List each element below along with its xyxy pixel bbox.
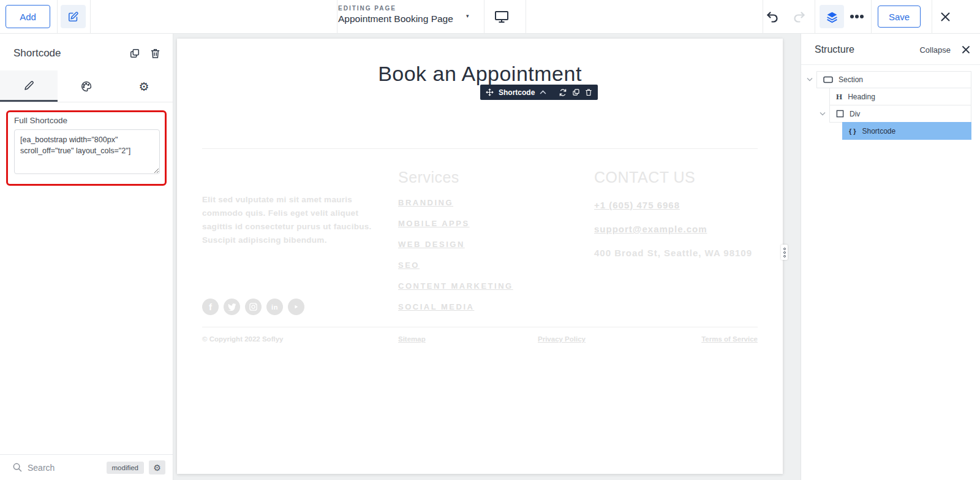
toolbar-separator [871, 0, 872, 34]
properties-panel-header: Shortcode [0, 34, 173, 70]
toolbar-separator [932, 0, 932, 34]
footer-top-divider [202, 148, 758, 149]
service-link-branding[interactable]: BRANDING [398, 198, 513, 207]
contact-address: 400 Broad St, Seattle, WA 98109 [594, 248, 752, 258]
tree-row-section: Section [801, 71, 971, 88]
structure-tree: Section H Heading Div { } Shortcode [801, 65, 980, 140]
close-builder-icon[interactable] [940, 12, 951, 22]
close-structure-icon[interactable] [962, 45, 970, 54]
editing-page-selector[interactable]: EDITING PAGE Appointment Booking Page [338, 5, 453, 25]
redo-icon[interactable] [791, 10, 806, 25]
desktop-breakpoint-icon[interactable] [494, 9, 510, 24]
duplicate-element-icon[interactable] [572, 88, 580, 96]
twitter-icon[interactable] [224, 299, 240, 315]
facebook-icon[interactable]: f [202, 299, 219, 315]
edit-mode-button[interactable] [61, 5, 86, 28]
gear-icon: ⚙ [138, 80, 149, 93]
toolbar-separator [526, 0, 526, 34]
tree-node-section[interactable]: Section [816, 71, 971, 88]
contact-phone-link[interactable]: +1 (605) 475 6968 [594, 200, 752, 210]
selected-element-badge-label: Shortcode [499, 88, 535, 97]
full-shortcode-label: Full Shortcode [14, 116, 160, 125]
selected-element-badge: Shortcode [480, 85, 598, 100]
contact-title: CONTACT US [594, 169, 752, 186]
tree-node-label: Div [850, 110, 860, 118]
pencil-icon [23, 80, 35, 91]
structure-panel: Structure Collapse Section H Heading [801, 34, 980, 480]
canvas-width-drag-handle[interactable] [781, 245, 788, 260]
search-settings-button[interactable]: ⚙ [149, 460, 165, 474]
footer-contact-column: CONTACT US +1 (605) 475 6968 support@exa… [594, 169, 752, 258]
toolbar-separator [484, 0, 484, 34]
collapse-all-link[interactable]: Collapse [919, 45, 951, 55]
toolbar-separator [337, 0, 337, 34]
service-link-seo[interactable]: SEO [398, 261, 513, 270]
youtube-icon[interactable] [288, 299, 304, 315]
editing-page-label: EDITING PAGE [338, 5, 453, 12]
modified-filter-badge[interactable]: modified [107, 462, 144, 474]
save-button[interactable]: Save [878, 6, 921, 28]
facebook-glyph: f [209, 302, 212, 312]
service-link-web-design[interactable]: WEB DESIGN [398, 240, 513, 249]
tree-row-heading: H Heading [801, 88, 971, 105]
panel-search-bar: modified ⚙ [0, 454, 173, 480]
tab-content[interactable] [0, 70, 58, 102]
tree-node-heading[interactable]: H Heading [829, 88, 971, 105]
div-icon [836, 110, 844, 118]
properties-panel: Shortcode ⚙ Full Shortcode [ea_bootstrap… [0, 34, 173, 480]
page-dropdown-chevron-icon[interactable]: ▾ [466, 13, 469, 19]
tree-node-shortcode[interactable]: { } Shortcode [842, 122, 971, 140]
tab-style[interactable] [58, 70, 115, 102]
top-toolbar: Add EDITING PAGE Appointment Booking Pag… [0, 0, 980, 34]
edit-pencil-square-icon [67, 11, 79, 23]
services-title: Services [398, 169, 513, 186]
contact-email-link[interactable]: support@example.com [594, 224, 752, 234]
shortcode-icon: { } [849, 128, 856, 135]
selected-element-title: Shortcode [13, 47, 119, 59]
footer-services-column: Services BRANDING MOBILE APPS WEB DESIGN… [398, 169, 513, 311]
footer-social-icons: f in [202, 299, 304, 315]
layers-icon [826, 10, 839, 23]
tree-node-div[interactable]: Div [829, 105, 971, 123]
search-input[interactable] [28, 463, 102, 473]
toolbar-separator [57, 0, 58, 34]
search-icon [12, 462, 23, 473]
privacy-policy-link[interactable]: Privacy Policy [538, 335, 586, 343]
full-shortcode-input[interactable]: [ea_bootstrap width="800px" scroll_off="… [14, 129, 160, 174]
toolbar-separator [763, 0, 763, 34]
structure-panel-header: Structure Collapse [801, 34, 980, 65]
heading-icon: H [836, 92, 842, 102]
toolbar-separator [815, 0, 815, 34]
tree-node-label: Heading [848, 93, 875, 101]
service-link-social-media[interactable]: SOCIAL MEDIA [398, 302, 513, 311]
service-link-mobile-apps[interactable]: MOBILE APPS [398, 219, 513, 228]
instagram-icon[interactable] [245, 299, 262, 315]
move-handle-icon[interactable] [486, 88, 494, 96]
undo-icon[interactable] [766, 10, 780, 25]
copyright-text: © Copyright 2022 Soflyy [202, 335, 283, 343]
terms-of-service-link[interactable]: Terms of Service [701, 335, 758, 343]
page-heading[interactable]: Book an Appointment [177, 62, 783, 86]
duplicate-element-icon[interactable] [129, 48, 140, 59]
collapse-chevron-icon[interactable] [820, 112, 826, 116]
tab-settings[interactable]: ⚙ [115, 70, 173, 102]
refresh-element-icon[interactable] [559, 88, 567, 97]
tree-node-label: Section [839, 75, 863, 84]
linkedin-glyph: in [271, 303, 278, 311]
page-title: Appointment Booking Page [338, 13, 453, 25]
full-shortcode-field-annotation: Full Shortcode [ea_bootstrap width="800p… [6, 110, 167, 186]
gear-icon: ⚙ [153, 463, 161, 473]
linkedin-icon[interactable]: in [266, 299, 283, 315]
more-options-icon[interactable] [849, 13, 865, 20]
tree-node-label: Shortcode [862, 127, 895, 135]
properties-tabs: ⚙ [0, 70, 173, 102]
add-button[interactable]: Add [6, 5, 50, 28]
collapse-chevron-icon[interactable] [807, 77, 813, 82]
chevron-up-icon[interactable] [540, 90, 546, 94]
structure-panel-toggle-button[interactable] [820, 5, 844, 28]
sitemap-link[interactable]: Sitemap [398, 335, 426, 343]
footer-about-text: Elit sed vulputate mi sit amet mauris co… [202, 193, 381, 247]
service-link-content-marketing[interactable]: CONTENT MARKETING [398, 281, 513, 291]
delete-element-icon[interactable] [150, 48, 160, 59]
delete-element-icon[interactable] [585, 88, 592, 96]
